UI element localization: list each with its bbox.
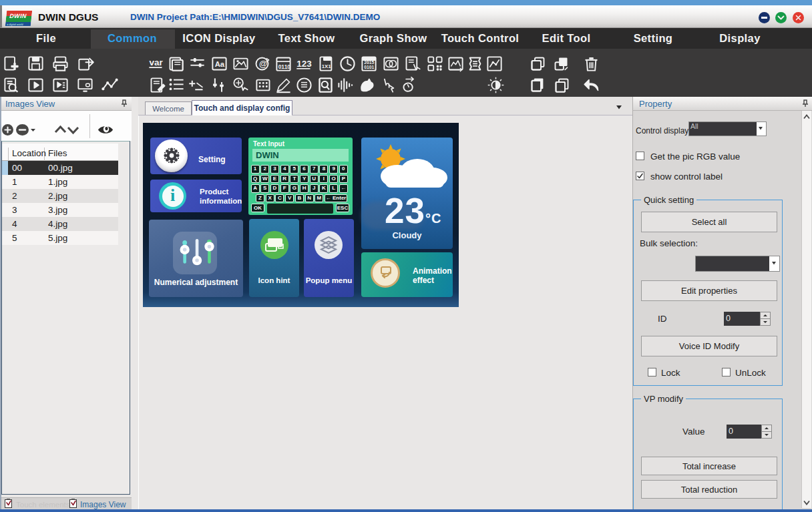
svg-text:2015: 2015 [364,60,374,65]
svg-text:Aa: Aa [215,60,225,68]
svg-text:10: 10 [284,63,291,70]
svg-text:0101: 0101 [364,65,374,69]
svg-text:123: 123 [296,59,312,69]
svg-text:var: var [149,57,163,67]
svg-text:@: @ [259,59,267,69]
svg-text:1X1: 1X1 [322,63,332,69]
